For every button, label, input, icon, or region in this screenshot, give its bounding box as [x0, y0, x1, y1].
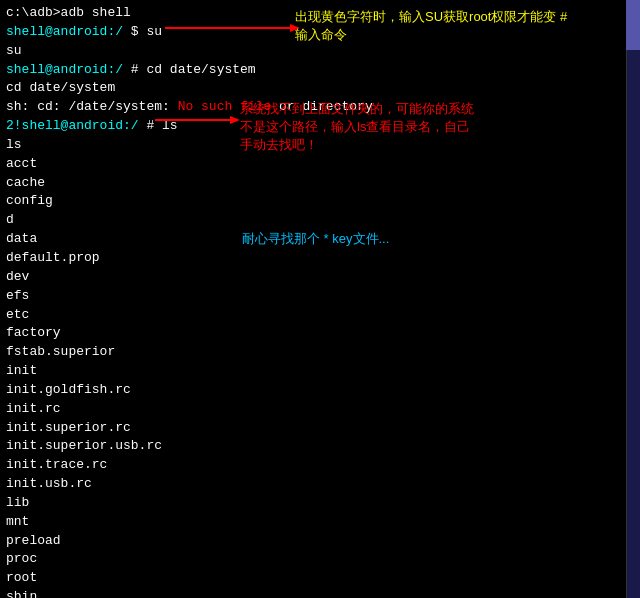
arrow-svg-1 [165, 18, 305, 38]
arrow-svg-2 [155, 110, 245, 130]
terminal-line-3: su [6, 42, 634, 61]
terminal-line-9: acct [6, 155, 634, 174]
terminal-line-20: init [6, 362, 634, 381]
svg-marker-3 [230, 116, 240, 124]
terminal-line-25: init.trace.rc [6, 456, 634, 475]
terminal-line-31: root [6, 569, 634, 588]
terminal: c:\adb>adb shell shell@android:/ $ su su… [0, 0, 640, 598]
terminal-line-26: init.usb.rc [6, 475, 634, 494]
terminal-line-11: config [6, 192, 634, 211]
terminal-line-17: etc [6, 306, 634, 325]
scrollbar-thumb[interactable] [626, 0, 640, 50]
terminal-line-16: efs [6, 287, 634, 306]
annotation-text-1: 出现黄色字符时，输入SU获取root权限才能变 #输入命令 [295, 8, 567, 44]
scrollbar[interactable] [626, 0, 640, 598]
terminal-line-23: init.superior.rc [6, 419, 634, 438]
terminal-line-5: cd date/system [6, 79, 634, 98]
terminal-line-22: init.rc [6, 400, 634, 419]
terminal-line-30: proc [6, 550, 634, 569]
terminal-line-28: mnt [6, 513, 634, 532]
terminal-line-12: d [6, 211, 634, 230]
terminal-line-18: factory [6, 324, 634, 343]
terminal-line-19: fstab.superior [6, 343, 634, 362]
terminal-line-10: cache [6, 174, 634, 193]
terminal-line-27: lib [6, 494, 634, 513]
terminal-line-32: sbin [6, 588, 634, 598]
terminal-line-15: dev [6, 268, 634, 287]
terminal-line-4: shell@android:/ # cd date/system [6, 61, 634, 80]
terminal-line-14: default.prop [6, 249, 634, 268]
terminal-line-24: init.superior.usb.rc [6, 437, 634, 456]
terminal-line-21: init.goldfish.rc [6, 381, 634, 400]
terminal-line-29: preload [6, 532, 634, 551]
annotation-text-2: 系统找不到上面文件夹的，可能你的系统不是这个路径，输入ls查看目录名，自己手动去… [240, 100, 474, 155]
annotation-text-3: 耐心寻找那个 * key文件... [242, 230, 389, 248]
